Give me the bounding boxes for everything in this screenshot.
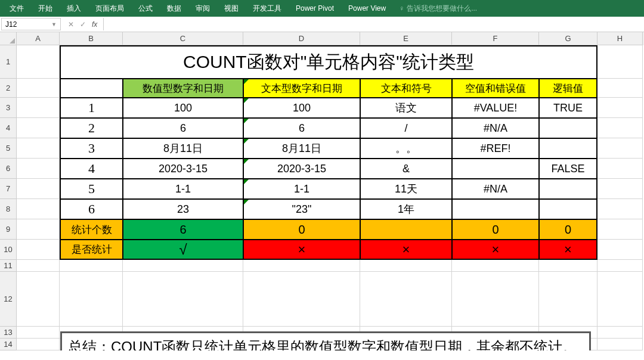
yn-f[interactable]: × (452, 240, 539, 260)
cell[interactable] (17, 327, 60, 339)
cell[interactable] (17, 45, 60, 79)
cell[interactable] (17, 138, 60, 159)
row-index[interactable]: 3 (60, 138, 123, 159)
cell[interactable] (597, 98, 643, 118)
row-index[interactable]: 2 (60, 118, 123, 138)
cell[interactable] (597, 138, 643, 159)
cell-text-symbol[interactable]: / (360, 118, 452, 138)
cell[interactable] (539, 272, 597, 327)
tab-layout[interactable]: 页面布局 (88, 0, 131, 17)
select-all-corner[interactable] (0, 32, 17, 45)
col-header-e[interactable]: E (360, 32, 452, 45)
cell-logical[interactable]: TRUE (539, 98, 597, 118)
cell-text-numeric[interactable]: 100 (243, 98, 360, 118)
col-header-g[interactable]: G (539, 32, 597, 45)
formula-bar[interactable] (105, 18, 643, 30)
cell[interactable] (597, 199, 643, 219)
cell[interactable] (17, 199, 60, 219)
header-text-numeric[interactable]: 文本型数字和日期 (243, 79, 360, 98)
cancel-icon[interactable]: ✕ (68, 20, 74, 29)
cell-blank-error[interactable] (452, 199, 539, 219)
cell[interactable] (597, 260, 643, 272)
cell-numeric[interactable]: 8月11日 (123, 138, 243, 159)
row-header[interactable]: 14 (0, 339, 17, 350)
cell-text-symbol[interactable]: 1年 (360, 199, 452, 219)
cell[interactable] (17, 240, 60, 260)
cell[interactable] (597, 240, 643, 260)
cell[interactable] (597, 339, 643, 350)
row-index[interactable]: 4 (60, 159, 123, 179)
header-text-symbol[interactable]: 文本和符号 (360, 79, 452, 98)
summary-box[interactable]: 总结：COUNT函数只统计单元格里的数值型数字和数值型日期，其余都不统计。 (60, 331, 591, 350)
cell-text-symbol[interactable]: 。。 (360, 138, 452, 159)
cell-logical[interactable] (539, 138, 597, 159)
cell-text-numeric[interactable]: 1-1 (243, 179, 360, 199)
cell[interactable] (597, 118, 643, 138)
cell[interactable] (452, 272, 539, 327)
cell[interactable] (60, 260, 123, 272)
cell-text-numeric[interactable]: 6 (243, 118, 360, 138)
cell-text-numeric[interactable]: "23" (243, 199, 360, 219)
col-header-d[interactable]: D (243, 32, 360, 45)
cell[interactable] (17, 260, 60, 272)
cell[interactable] (60, 272, 123, 327)
row-header[interactable]: 4 (0, 118, 17, 138)
tab-home[interactable]: 开始 (31, 0, 60, 17)
cell[interactable] (17, 179, 60, 199)
tab-view[interactable]: 视图 (217, 0, 246, 17)
yn-d[interactable]: × (243, 240, 360, 260)
tab-developer[interactable]: 开发工具 (246, 0, 289, 17)
cell-numeric[interactable]: 100 (123, 98, 243, 118)
tab-formulas[interactable]: 公式 (131, 0, 160, 17)
cell[interactable] (17, 339, 60, 350)
cell[interactable] (17, 159, 60, 179)
header-logical[interactable]: 逻辑值 (539, 79, 597, 98)
row-header[interactable]: 8 (0, 199, 17, 219)
stat-c[interactable]: 6 (123, 219, 243, 240)
tab-insert[interactable]: 插入 (60, 0, 88, 17)
cell-logical[interactable] (539, 199, 597, 219)
stat-label[interactable]: 统计个数 (60, 219, 123, 240)
stat-d[interactable]: 0 (243, 219, 360, 240)
cell[interactable] (17, 219, 60, 240)
row-header[interactable]: 5 (0, 138, 17, 159)
row-header[interactable]: 12 (0, 272, 17, 327)
tab-data[interactable]: 数据 (160, 0, 188, 17)
cell-numeric[interactable]: 23 (123, 199, 243, 219)
row-index[interactable]: 6 (60, 199, 123, 219)
cell-blank-error[interactable]: #N/A (452, 179, 539, 199)
cell-text-symbol[interactable]: 11天 (360, 179, 452, 199)
row-index[interactable]: 1 (60, 98, 123, 118)
cell[interactable] (17, 118, 60, 138)
yn-c[interactable]: √ (123, 240, 243, 260)
cell[interactable] (123, 260, 243, 272)
cell[interactable] (597, 45, 643, 79)
cell-text-numeric[interactable]: 8月11日 (243, 138, 360, 159)
yn-g[interactable]: × (539, 240, 597, 260)
tell-me-search[interactable]: ♀ 告诉我您想要做什么... (393, 4, 483, 14)
cell[interactable] (360, 272, 452, 327)
name-box[interactable]: J12 ▼ (1, 18, 61, 30)
row-header[interactable]: 6 (0, 159, 17, 179)
cell-numeric[interactable]: 2020-3-15 (123, 159, 243, 179)
cell-logical[interactable]: FALSE (539, 159, 597, 179)
cell-numeric[interactable]: 6 (123, 118, 243, 138)
cell[interactable] (17, 98, 60, 118)
yn-label[interactable]: 是否统计 (60, 240, 123, 260)
cell[interactable] (17, 79, 60, 98)
row-header[interactable]: 11 (0, 260, 17, 272)
col-header-c[interactable]: C (123, 32, 243, 45)
cell[interactable] (452, 260, 539, 272)
cell-blank-error[interactable]: #VALUE! (452, 98, 539, 118)
cell[interactable] (17, 272, 60, 327)
row-header[interactable]: 7 (0, 179, 17, 199)
row-header[interactable]: 2 (0, 79, 17, 98)
cell-blank-error[interactable]: #REF! (452, 138, 539, 159)
cell[interactable] (243, 272, 360, 327)
cell[interactable] (597, 159, 643, 179)
col-header-f[interactable]: F (452, 32, 539, 45)
cell-text-symbol[interactable]: & (360, 159, 452, 179)
cell[interactable] (360, 260, 452, 272)
cell[interactable] (597, 219, 643, 240)
col-header-h[interactable]: H (597, 32, 643, 45)
